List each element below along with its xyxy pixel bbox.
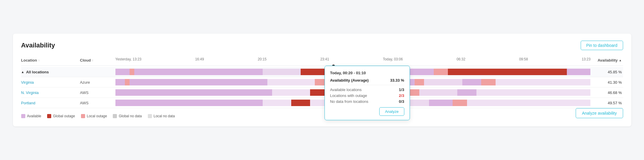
legend-global-no-data-dot bbox=[113, 114, 117, 118]
availability-table: Location ↕ Cloud ↕ Yesterday, 13:23 16:4… bbox=[21, 57, 623, 108]
bar-local-outage-2 bbox=[434, 69, 448, 75]
table-row: Virginia Azure bbox=[21, 77, 623, 88]
all-locations-timeline: Today, 00:20 - 01:10 Availability (Avera… bbox=[115, 69, 591, 75]
table-header: Location ↕ Cloud ↕ Yesterday, 13:23 16:4… bbox=[21, 57, 623, 66]
tooltip-avg-row: Availability (Average) 33.33 % bbox=[330, 78, 404, 83]
cloud-column-header: Cloud ↕ bbox=[80, 58, 115, 62]
all-locations-availability: 45.85 % bbox=[591, 70, 623, 74]
location-sort-icon[interactable]: ↕ bbox=[38, 59, 40, 62]
tooltip-outage-locs: Locations with outage 2/3 bbox=[330, 93, 404, 98]
legend-global-no-data: Global no data bbox=[113, 114, 142, 118]
legend-local-outage: Local outage bbox=[81, 114, 107, 118]
tooltip-nodata-locs: No data from locations 0/3 bbox=[330, 99, 404, 104]
virginia-cell[interactable]: Virginia bbox=[21, 80, 80, 85]
tooltip: Today, 00:20 - 01:10 Availability (Avera… bbox=[325, 66, 410, 120]
timeline-header-area: Yesterday, 13:23 16:49 20:15 23:41 Today… bbox=[115, 57, 591, 63]
table-row: ▲ All locations bbox=[21, 67, 623, 77]
n-virginia-availability: 46.68 % bbox=[591, 90, 623, 95]
virginia-availability: 41.30 % bbox=[591, 80, 623, 85]
virginia-cloud: Azure bbox=[80, 80, 115, 85]
portland-cell[interactable]: Portland bbox=[21, 101, 80, 105]
table-row: N. Virginia AWS 46.68 % bbox=[21, 88, 623, 98]
legend-global-outage-dot bbox=[47, 114, 51, 118]
availability-card: Availability Pin to dashboard Location ↕… bbox=[13, 34, 631, 126]
page-title: Availability bbox=[21, 42, 55, 49]
collapse-icon[interactable]: ▲ bbox=[21, 70, 24, 74]
bar-available-5 bbox=[410, 69, 434, 75]
bar-global-outage-3 bbox=[448, 69, 567, 75]
tooltip-time: Today, 00:20 - 01:10 bbox=[330, 71, 404, 75]
bar-global-outage-1 bbox=[301, 69, 325, 75]
card-header: Availability Pin to dashboard bbox=[21, 41, 623, 50]
pin-to-dashboard-button[interactable]: Pin to dashboard bbox=[581, 41, 623, 50]
legend-local-no-data-dot bbox=[148, 114, 152, 118]
portland-availability: 49.57 % bbox=[591, 101, 623, 105]
tooltip-available-locs: Available locations 1/3 bbox=[330, 88, 404, 92]
portland-cloud: AWS bbox=[80, 101, 115, 105]
all-locations-cell[interactable]: ▲ All locations bbox=[21, 70, 80, 74]
legend-available: Available bbox=[21, 114, 41, 118]
legend-available-dot bbox=[21, 114, 25, 118]
tooltip-analyze-button[interactable]: Analyze bbox=[379, 107, 404, 116]
legend-global-outage: Global outage bbox=[47, 114, 75, 118]
n-virginia-cloud: AWS bbox=[80, 90, 115, 95]
bar-available bbox=[115, 69, 130, 75]
table-row: Portland AWS 49.5 bbox=[21, 98, 623, 108]
legend-local-outage-dot bbox=[81, 114, 85, 118]
timeline-labels: Yesterday, 13:23 16:49 20:15 23:41 Today… bbox=[115, 57, 591, 63]
bar-local-outage-sm bbox=[130, 69, 134, 75]
n-virginia-cell[interactable]: N. Virginia bbox=[21, 90, 80, 95]
cloud-sort-icon[interactable]: ↕ bbox=[92, 59, 93, 62]
legend-local-no-data: Local no data bbox=[148, 114, 175, 118]
legend: Available Global outage Local outage Glo… bbox=[21, 114, 623, 118]
availability-sort-icon[interactable]: ▲ bbox=[619, 59, 622, 62]
bar-available-6 bbox=[567, 69, 591, 75]
bar-available-3 bbox=[263, 69, 301, 75]
location-column-header: Location ↕ bbox=[21, 58, 80, 62]
bar-available-2 bbox=[134, 69, 263, 75]
availability-column-header: Availability ▲ bbox=[591, 58, 623, 62]
analyze-availability-button[interactable]: Analyze availability bbox=[576, 108, 623, 118]
